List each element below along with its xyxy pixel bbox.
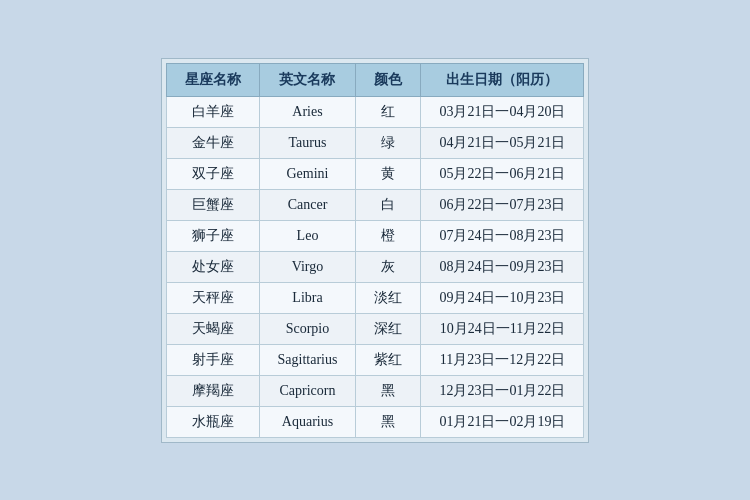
cell-row7-col0: 天蝎座 <box>166 313 259 344</box>
header-english-name: 英文名称 <box>259 63 356 96</box>
table-header-row: 星座名称 英文名称 颜色 出生日期（阳历） <box>166 63 584 96</box>
cell-row9-col3: 12月23日一01月22日 <box>421 375 584 406</box>
cell-row4-col0: 狮子座 <box>166 220 259 251</box>
table-row: 水瓶座Aquarius黑01月21日一02月19日 <box>166 406 584 437</box>
header-color: 颜色 <box>356 63 421 96</box>
cell-row5-col0: 处女座 <box>166 251 259 282</box>
cell-row10-col1: Aquarius <box>259 406 356 437</box>
cell-row0-col2: 红 <box>356 96 421 127</box>
table-row: 射手座Sagittarius紫红11月23日一12月22日 <box>166 344 584 375</box>
cell-row1-col2: 绿 <box>356 127 421 158</box>
cell-row2-col3: 05月22日一06月21日 <box>421 158 584 189</box>
cell-row5-col2: 灰 <box>356 251 421 282</box>
cell-row6-col2: 淡红 <box>356 282 421 313</box>
cell-row7-col3: 10月24日一11月22日 <box>421 313 584 344</box>
cell-row5-col3: 08月24日一09月23日 <box>421 251 584 282</box>
cell-row8-col2: 紫红 <box>356 344 421 375</box>
table-row: 处女座Virgo灰08月24日一09月23日 <box>166 251 584 282</box>
cell-row6-col0: 天秤座 <box>166 282 259 313</box>
cell-row7-col1: Scorpio <box>259 313 356 344</box>
cell-row5-col1: Virgo <box>259 251 356 282</box>
cell-row3-col0: 巨蟹座 <box>166 189 259 220</box>
cell-row2-col2: 黄 <box>356 158 421 189</box>
table-row: 摩羯座Capricorn黑12月23日一01月22日 <box>166 375 584 406</box>
cell-row6-col3: 09月24日一10月23日 <box>421 282 584 313</box>
cell-row2-col0: 双子座 <box>166 158 259 189</box>
cell-row8-col1: Sagittarius <box>259 344 356 375</box>
cell-row4-col1: Leo <box>259 220 356 251</box>
zodiac-table: 星座名称 英文名称 颜色 出生日期（阳历） 白羊座Aries红03月21日一04… <box>166 63 585 438</box>
table-row: 天秤座Libra淡红09月24日一10月23日 <box>166 282 584 313</box>
cell-row10-col0: 水瓶座 <box>166 406 259 437</box>
cell-row10-col2: 黑 <box>356 406 421 437</box>
cell-row3-col2: 白 <box>356 189 421 220</box>
cell-row3-col1: Cancer <box>259 189 356 220</box>
cell-row0-col3: 03月21日一04月20日 <box>421 96 584 127</box>
cell-row0-col0: 白羊座 <box>166 96 259 127</box>
table-row: 天蝎座Scorpio深红10月24日一11月22日 <box>166 313 584 344</box>
header-dates: 出生日期（阳历） <box>421 63 584 96</box>
header-chinese-name: 星座名称 <box>166 63 259 96</box>
cell-row0-col1: Aries <box>259 96 356 127</box>
zodiac-table-container: 星座名称 英文名称 颜色 出生日期（阳历） 白羊座Aries红03月21日一04… <box>161 58 590 443</box>
table-row: 白羊座Aries红03月21日一04月20日 <box>166 96 584 127</box>
cell-row9-col1: Capricorn <box>259 375 356 406</box>
cell-row6-col1: Libra <box>259 282 356 313</box>
cell-row4-col2: 橙 <box>356 220 421 251</box>
cell-row1-col3: 04月21日一05月21日 <box>421 127 584 158</box>
cell-row1-col0: 金牛座 <box>166 127 259 158</box>
table-row: 巨蟹座Cancer白06月22日一07月23日 <box>166 189 584 220</box>
cell-row9-col2: 黑 <box>356 375 421 406</box>
cell-row3-col3: 06月22日一07月23日 <box>421 189 584 220</box>
cell-row1-col1: Taurus <box>259 127 356 158</box>
cell-row8-col3: 11月23日一12月22日 <box>421 344 584 375</box>
table-body: 白羊座Aries红03月21日一04月20日金牛座Taurus绿04月21日一0… <box>166 96 584 437</box>
table-row: 狮子座Leo橙07月24日一08月23日 <box>166 220 584 251</box>
cell-row7-col2: 深红 <box>356 313 421 344</box>
table-row: 双子座Gemini黄05月22日一06月21日 <box>166 158 584 189</box>
cell-row10-col3: 01月21日一02月19日 <box>421 406 584 437</box>
cell-row2-col1: Gemini <box>259 158 356 189</box>
cell-row8-col0: 射手座 <box>166 344 259 375</box>
cell-row4-col3: 07月24日一08月23日 <box>421 220 584 251</box>
table-row: 金牛座Taurus绿04月21日一05月21日 <box>166 127 584 158</box>
cell-row9-col0: 摩羯座 <box>166 375 259 406</box>
